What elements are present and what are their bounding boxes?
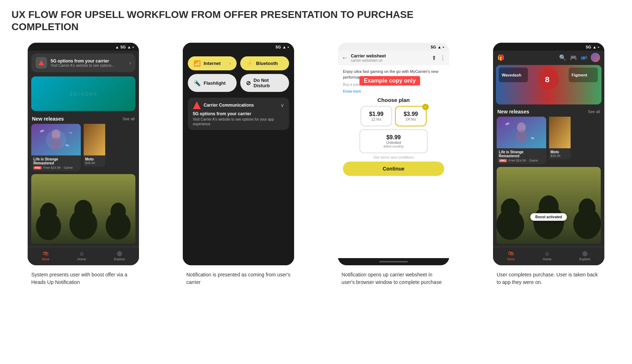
toggle-dnd[interactable]: ⊘ Do Not Disturb xyxy=(240,74,289,92)
screen3-col: 5G ▲ ▪ ← Carrier websheet carrier webshe… xyxy=(322,43,465,286)
game-price-1: Free $24.99 xyxy=(43,166,61,169)
hero-banner-4: Wavedash 8 Figment xyxy=(496,65,601,104)
plan-duration-2: 24 hrs xyxy=(399,117,423,121)
battery-icon-4: ▪ xyxy=(598,45,599,49)
choose-plan-title: Choose plan xyxy=(343,97,444,103)
status-bar-1: ▲ 5G ▲ ▪ xyxy=(28,43,139,51)
status-5g-4: 5G xyxy=(586,45,591,49)
nav-explore-1[interactable]: ◎ Explore xyxy=(114,250,125,261)
websheet-url-area: Carrier websheet carrier websheet url xyxy=(351,53,429,62)
flashlight-icon: 🔦 xyxy=(194,80,201,87)
continue-button[interactable]: Continue xyxy=(343,162,444,176)
nav-explore-label-1: Explore xyxy=(114,257,125,261)
nav-home-4[interactable]: ⌂ Home xyxy=(543,250,551,261)
plan-options-row: $1.99 12 hrs $3.99 24 hrs xyxy=(343,106,444,126)
nav-store-label-4: Store xyxy=(507,257,515,261)
status-bar-2: 5G ▲ ▪ xyxy=(183,43,294,51)
avatar-4[interactable] xyxy=(591,53,600,62)
search-icon-4[interactable]: 🔍 xyxy=(559,54,566,61)
people-count-4: 👥0 xyxy=(581,56,587,60)
svg-rect-29 xyxy=(549,117,571,148)
explore-icon-1: ◎ xyxy=(117,250,122,257)
phone-screen-2: 5G ▲ ▪ 📶 Internet › ⚡ Bluetooth xyxy=(183,43,294,265)
new-releases-header-4: New releases See all xyxy=(493,105,604,117)
explore-icon-4: ◎ xyxy=(582,250,587,257)
plan-card-3[interactable]: $9.99 Unlimited Billed monthly xyxy=(359,129,428,153)
status-5g-3: 5G xyxy=(431,45,436,49)
status-bar-3: 5G ▲ ▪ xyxy=(338,43,449,51)
plan-card-1[interactable]: $1.99 12 hrs xyxy=(361,106,392,126)
notif-title-1: 5G options from your carrier xyxy=(51,59,126,64)
carrier-notif[interactable]: Carrier Communications ∨ 5G options from… xyxy=(188,98,289,130)
share-icon-3[interactable]: ⬆ xyxy=(432,55,436,61)
notif-chevron-icon: › xyxy=(129,60,131,66)
carrier-title-row: Carrier Communications xyxy=(193,101,254,109)
toggle-flashlight-label: Flashlight xyxy=(204,80,226,86)
gift-icon-4: 🎁 xyxy=(497,54,505,61)
nav-explore-4[interactable]: ◎ Explore xyxy=(579,250,590,261)
game-cards-row-4: Life is Strange Remastered PRO Free $24.… xyxy=(493,117,604,164)
websheet-topbar: ← Carrier websheet carrier websheet url … xyxy=(338,51,449,65)
carrier-notif-title: 5G options from your carrier xyxy=(193,111,284,116)
game-card-info-1: Life is Strange Remastered PRO Free $24.… xyxy=(31,155,81,171)
know-more-link[interactable]: Know more xyxy=(343,89,444,93)
game-card-partial-1: Moto $39.99 xyxy=(84,124,105,171)
plan-price-1: $1.99 xyxy=(364,111,389,117)
bluetooth-icon: ⚡ xyxy=(246,60,253,67)
plan-price-2: $3.99 xyxy=(399,111,423,117)
websheet-body: Enjoy ultra fast gaming on the go with M… xyxy=(338,65,449,258)
carrier-notif-icon xyxy=(36,57,47,69)
game-card-4[interactable]: Life is Strange Remastered PRO Free $24.… xyxy=(497,117,546,164)
websheet-url: carrier websheet url xyxy=(351,59,429,62)
bottom-hero-1 xyxy=(31,174,135,244)
svg-text:Wavedash: Wavedash xyxy=(502,73,521,77)
carrier-name: Carrier Communications xyxy=(204,103,254,108)
game-type-4: · Game xyxy=(528,159,538,162)
see-all-1[interactable]: See all xyxy=(122,117,135,121)
toggle-internet[interactable]: 📶 Internet › xyxy=(188,56,237,70)
see-all-4[interactable]: See all xyxy=(588,109,600,114)
svg-point-7 xyxy=(69,132,72,134)
svg-rect-33 xyxy=(501,205,519,211)
s2-dark-area xyxy=(183,133,294,265)
partial-img-1 xyxy=(84,124,105,155)
page-title: UX FLOW FOR UPSELL WORKFLOW FROM OFFER P… xyxy=(11,9,514,33)
screen4-col: 5G ▲ ▪ 🎁 🔍 🎮 👥0 xyxy=(477,43,621,286)
nav-home-1[interactable]: ⌂ Home xyxy=(77,250,86,261)
phone-screen-1: ▲ 5G ▲ ▪ 5G options from your carrier Vi… xyxy=(28,43,139,265)
carrier-triangle-icon xyxy=(193,101,201,109)
game-cards-row-1: Life is Strange Remastered PRO Free $24.… xyxy=(28,124,139,171)
s4-right-icons: 🔍 🎮 👥0 xyxy=(559,53,600,62)
svg-rect-8 xyxy=(84,124,105,155)
nav-store-4[interactable]: 🛍 Store xyxy=(507,250,515,261)
more-icon-3[interactable]: ⋮ xyxy=(440,55,446,61)
back-icon-3[interactable]: ← xyxy=(341,54,348,62)
carrier-expand-icon: ∨ xyxy=(280,102,284,108)
plan-card-2[interactable]: $3.99 24 hrs xyxy=(395,106,427,126)
plan-duration-3: Unlimited xyxy=(363,141,424,145)
nav-store-1[interactable]: 🛍 Store xyxy=(42,250,50,261)
signal-icon-1: ▲ xyxy=(115,45,119,49)
game-meta-1: PRO Free $24.99 · Game xyxy=(33,166,79,169)
toggle-internet-label: Internet xyxy=(204,61,221,66)
svg-point-4 xyxy=(50,137,62,150)
partial-game-title-1: Moto xyxy=(85,157,104,161)
quick-toggles: 📶 Internet › ⚡ Bluetooth 🔦 Flashlight ⊘ xyxy=(183,51,294,95)
game-card-1[interactable]: Life is Strange Remastered PRO Free $24.… xyxy=(31,124,81,171)
section-title-1: New releases xyxy=(32,116,64,122)
pro-badge-4: PRO xyxy=(499,159,507,162)
phone-screen-3: 5G ▲ ▪ ← Carrier websheet carrier webshe… xyxy=(338,43,449,265)
status-bar-4: 5G ▲ ▪ xyxy=(493,43,604,51)
bottom-nav-4: 🛍 Store ⌂ Home ◎ Explore xyxy=(493,247,604,265)
toggle-flashlight[interactable]: 🔦 Flashlight xyxy=(188,74,237,92)
hero-banner-1: Jackbox xyxy=(31,76,135,111)
websheet-icons: ⬆ ⋮ xyxy=(432,55,446,61)
signal-icon-4: ▲ xyxy=(592,45,596,49)
notification-card-1[interactable]: 5G options from your carrier Visit Carri… xyxy=(31,53,135,72)
phone-frame-3: 5G ▲ ▪ ← Carrier websheet carrier webshe… xyxy=(338,43,449,265)
home-icon-1: ⌂ xyxy=(80,250,84,257)
home-icon-4: ⌂ xyxy=(545,250,549,257)
screen1-col: ▲ 5G ▲ ▪ 5G options from your carrier Vi… xyxy=(11,43,155,286)
toggle-bluetooth[interactable]: ⚡ Bluetooth xyxy=(240,56,289,70)
plan-billing-3: Billed monthly xyxy=(363,145,424,148)
